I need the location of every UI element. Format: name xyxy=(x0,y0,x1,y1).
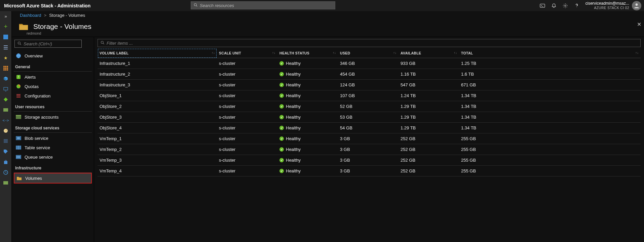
rail-list2-icon[interactable] xyxy=(3,138,9,144)
rail-storage-icon[interactable] xyxy=(3,107,9,113)
cell-scale: s-cluster xyxy=(217,80,277,90)
table-row[interactable]: ObjStore_2s-cluster✓Healthy52 GB1.29 TB1… xyxy=(98,101,641,112)
cell-total: 1.34 TB xyxy=(459,101,641,112)
cell-available: 1.16 TB xyxy=(399,69,459,80)
rail-monitor-icon[interactable] xyxy=(3,86,9,92)
rail-code-icon[interactable]: <··> xyxy=(3,117,9,123)
user-menu[interactable]: ciserviceadmin@msaz... AZURE STACK CI 02 xyxy=(585,1,641,10)
health-ok-icon: ✓ xyxy=(279,104,284,109)
cell-used: 53 GB xyxy=(338,112,399,123)
alert-icon: ! xyxy=(16,74,21,80)
table-row[interactable]: VmTemp_4s-cluster✓Healthy3 GB252 GB255 G… xyxy=(98,166,641,176)
sidebar-item-label: Blob service xyxy=(25,136,48,141)
sidebar-item-table-service[interactable]: Table service xyxy=(14,143,92,152)
sidebar-item-label: Overview xyxy=(25,53,43,58)
column-header-label[interactable]: VOLUME LABEL↑↓ xyxy=(98,48,217,58)
health-ok-icon: ✓ xyxy=(279,72,284,76)
svg-rect-34 xyxy=(16,95,21,96)
table-row[interactable]: VmTemp_3s-cluster✓Healthy3 GB252 GB255 G… xyxy=(98,155,641,166)
sidebar-search[interactable]: Search (Ctrl+/) xyxy=(14,40,82,48)
folder-icon xyxy=(16,175,22,181)
rail-expand-icon[interactable]: » xyxy=(3,13,9,19)
global-search[interactable]: Search resources xyxy=(191,1,335,9)
rail-add-icon[interactable]: + xyxy=(3,24,9,30)
cell-total: 255 GB xyxy=(459,155,641,166)
sidebar-item-volumes[interactable]: Volumes xyxy=(14,173,92,184)
cloud-shell-icon[interactable] xyxy=(540,3,545,8)
health-ok-icon: ✓ xyxy=(279,61,284,66)
sidebar-item-overview[interactable]: Overview xyxy=(14,51,92,61)
filter-input[interactable]: Filter items ... xyxy=(98,39,641,47)
search-icon xyxy=(194,3,198,8)
sort-icon: ↑↓ xyxy=(333,51,336,54)
nav-rail: » + ★ <··> xyxy=(0,11,12,242)
cell-health: ✓Healthy xyxy=(277,133,338,144)
close-icon[interactable]: ✕ xyxy=(637,21,641,28)
search-icon xyxy=(101,41,105,46)
rail-diamond-icon[interactable] xyxy=(3,96,9,103)
svg-rect-37 xyxy=(16,115,21,116)
column-header-scale[interactable]: SCALE UNIT↑↓ xyxy=(217,48,277,58)
sidebar-item-alerts[interactable]: ! Alerts xyxy=(14,72,92,82)
cell-used: 3 GB xyxy=(338,133,399,144)
sidebar-group-storage-cloud: Storage cloud services xyxy=(14,122,92,133)
rail-dashboard-icon[interactable] xyxy=(3,34,9,40)
sort-icon: ↑↓ xyxy=(454,51,457,54)
cell-available: 252 GB xyxy=(399,144,459,155)
column-header-total[interactable]: TOTAL↑↓ xyxy=(459,48,641,58)
table-row[interactable]: Infrastructure_3s-cluster✓Healthy124 GB5… xyxy=(98,80,641,90)
sidebar-item-queue-service[interactable]: Queue service xyxy=(14,152,92,162)
rail-cube-icon[interactable] xyxy=(3,76,9,82)
settings-icon[interactable] xyxy=(563,3,568,8)
svg-rect-2 xyxy=(540,4,545,7)
column-header-available[interactable]: AVAILABLE↑↓ xyxy=(399,48,459,58)
volumes-table: VOLUME LABEL↑↓ SCALE UNIT↑↓ HEALTH STATU… xyxy=(98,48,641,176)
rail-dial-icon[interactable] xyxy=(3,128,9,134)
sort-icon: ↑↓ xyxy=(393,51,396,54)
health-ok-icon: ✓ xyxy=(279,93,284,98)
rail-storage2-icon[interactable] xyxy=(3,180,9,186)
cell-used: 3 GB xyxy=(338,166,399,176)
cell-available: 1.29 TB xyxy=(399,101,459,112)
table-row[interactable]: ObjStore_4s-cluster✓Healthy54 GB1.29 TB1… xyxy=(98,123,641,133)
sidebar-item-storage-accounts[interactable]: Storage accounts xyxy=(14,112,92,122)
cell-available: 1.29 TB xyxy=(399,112,459,123)
notifications-icon[interactable] xyxy=(551,3,557,8)
cell-total: 1.25 TB xyxy=(459,58,641,69)
cell-available: 252 GB xyxy=(399,166,459,176)
table-row[interactable]: Infrastructure_1s-cluster✓Healthy346 GB9… xyxy=(98,58,641,69)
rail-clock-icon[interactable] xyxy=(3,169,9,175)
svg-rect-9 xyxy=(3,68,5,69)
health-ok-icon: ✓ xyxy=(279,147,284,152)
cell-health: ✓Healthy xyxy=(277,123,338,133)
cell-used: 3 GB xyxy=(338,144,399,155)
table-row[interactable]: VmTemp_2s-cluster✓Healthy3 GB252 GB255 G… xyxy=(98,144,641,155)
svg-rect-18 xyxy=(4,87,8,90)
column-header-health[interactable]: HEALTH STATUS↑↓ xyxy=(277,48,338,58)
table-row[interactable]: ObjStore_3s-cluster✓Healthy53 GB1.29 TB1… xyxy=(98,112,641,123)
cell-health: ✓Healthy xyxy=(277,80,338,90)
cell-available: 252 GB xyxy=(399,155,459,166)
breadcrumb-root[interactable]: Dashboard xyxy=(20,13,41,18)
properties-icon xyxy=(16,93,21,98)
rail-tag-icon[interactable] xyxy=(3,149,9,155)
sidebar-item-blob-service[interactable]: Blob service xyxy=(14,133,92,143)
rail-bag-icon[interactable] xyxy=(3,159,9,165)
rail-list-icon[interactable] xyxy=(3,44,9,50)
svg-rect-39 xyxy=(17,137,20,139)
sidebar-item-label: Queue service xyxy=(25,155,53,160)
column-header-used[interactable]: USED↑↓ xyxy=(338,48,399,58)
svg-point-27 xyxy=(18,42,21,44)
cell-used: 107 GB xyxy=(338,90,399,101)
table-row[interactable]: VmTemp_1s-cluster✓Healthy3 GB252 GB255 G… xyxy=(98,133,641,144)
table-row[interactable]: Infrastructure_2s-cluster✓Healthy454 GB1… xyxy=(98,69,641,80)
folder-icon xyxy=(18,22,29,31)
rail-star-icon[interactable]: ★ xyxy=(3,55,9,61)
sidebar-item-configuration[interactable]: Configuration xyxy=(14,91,92,100)
cell-label: VmTemp_2 xyxy=(98,144,217,155)
help-icon[interactable] xyxy=(574,3,579,8)
rail-grid-icon[interactable] xyxy=(3,65,9,71)
queue-icon xyxy=(16,154,21,160)
sidebar-item-quotas[interactable]: Quotas xyxy=(14,82,92,91)
table-row[interactable]: ObjStore_1s-cluster✓Healthy107 GB1.24 TB… xyxy=(98,90,641,101)
